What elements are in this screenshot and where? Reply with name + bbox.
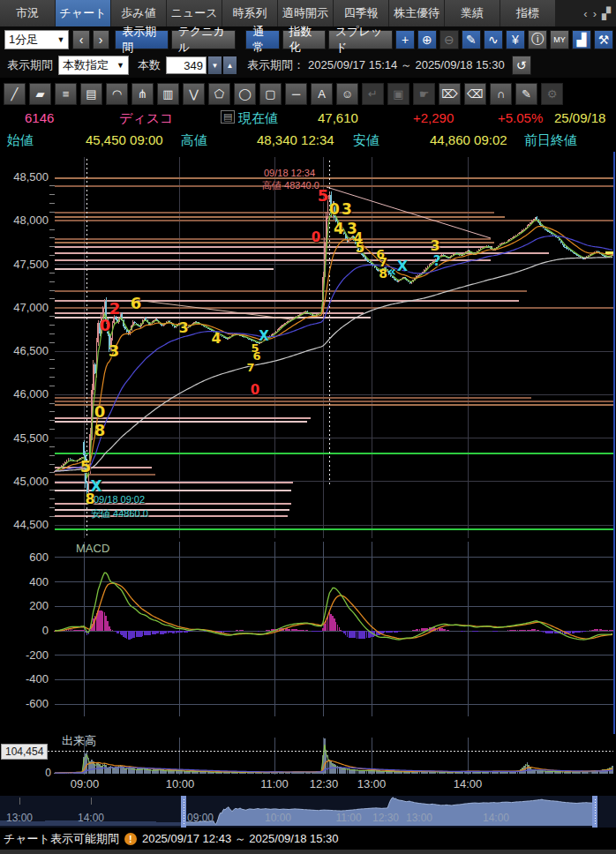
svg-text:600: 600 xyxy=(29,551,49,564)
tab-2[interactable]: 歩み値 xyxy=(111,0,166,26)
lock-draw-icon[interactable]: ✎ xyxy=(515,83,537,105)
nav-time-label: 12:30 xyxy=(372,812,399,824)
svg-text:48,000: 48,000 xyxy=(13,214,49,227)
time-label: 11:00 xyxy=(260,777,289,790)
bar-count-input[interactable] xyxy=(166,56,207,74)
quote-panel: 6146 ディスコ ▤ 現在値 47,610 +2,290 +5.05% 25/… xyxy=(0,108,616,152)
reset-range-button[interactable]: ↺ xyxy=(512,56,531,75)
tab-scroll-left[interactable]: ‹ xyxy=(583,7,587,20)
available-period-value: 2025/09/17 12:43 ～ 2025/09/18 15:30 xyxy=(142,831,339,847)
tab-7[interactable]: 株主優待 xyxy=(389,0,444,26)
period-mode-select[interactable]: 本数指定 ▼ xyxy=(58,56,129,75)
my-settings-icon[interactable]: MY xyxy=(550,30,569,49)
tab-4[interactable]: 時系列 xyxy=(222,0,277,26)
tab-3[interactable]: ニュース xyxy=(167,0,222,26)
period-button[interactable]: 表示期間 xyxy=(115,30,169,49)
nav-time-label: 10:00 xyxy=(265,812,291,824)
svg-text:200: 200 xyxy=(29,599,49,612)
crosshair-icon[interactable]: + xyxy=(395,30,415,49)
volume-chart[interactable]: 出来高0 xyxy=(0,734,616,776)
hbar-icon[interactable]: ─ xyxy=(285,83,307,105)
interval-select[interactable]: 1分足 ▼ xyxy=(4,30,69,49)
count-up-button[interactable]: ▲ xyxy=(223,56,237,74)
board-list-icon[interactable]: ▤ xyxy=(221,110,235,124)
pencil-icon[interactable]: ✎ xyxy=(462,30,481,49)
stock-code: 6146 xyxy=(25,110,54,125)
technical-button[interactable]: テクニカル xyxy=(171,30,236,49)
navigator-handle[interactable] xyxy=(592,796,597,828)
index-mode-button[interactable]: 指数化 xyxy=(282,30,326,49)
zoom-in-icon[interactable]: ⊕ xyxy=(417,30,437,49)
vlines-icon[interactable]: ▥ xyxy=(157,83,179,105)
drawing-toolbar: ╱▰≡▤◠⋔▥⋁⬠◯▢─A☺↵▣☛⌦⌫∩✎⚙ xyxy=(0,79,616,108)
ellipse-icon[interactable]: ◯ xyxy=(234,83,256,105)
nav-time-label: 14:00 xyxy=(78,812,104,824)
text-icon[interactable]: A xyxy=(311,83,333,105)
chevron-down-icon: ▼ xyxy=(57,35,65,44)
price-chart[interactable]: 48,50048,00047,50047,00046,50046,00045,5… xyxy=(0,152,616,540)
period-bar: 表示期間 本数指定 ▼ 本数 ▼ ▲ 表示期間： 2025/09/17 15:1… xyxy=(0,53,616,78)
count-down-button[interactable]: ▼ xyxy=(208,56,222,74)
tab-scroll-right[interactable]: › xyxy=(593,7,597,20)
hlines3-icon[interactable]: ≡ xyxy=(55,83,77,105)
info-icon[interactable]: ⓘ xyxy=(528,30,547,49)
status-bar: チャート表示可能期間 ! 2025/09/17 12:43 ～ 2025/09/… xyxy=(0,828,616,850)
volume-marker-badge: 104,454 xyxy=(1,744,48,760)
fan-icon[interactable]: ⋔ xyxy=(131,83,154,105)
undo-icon[interactable]: ↵ xyxy=(362,83,384,105)
svg-text:45,000: 45,000 xyxy=(13,475,49,488)
tab-0[interactable]: 市況 xyxy=(0,0,55,26)
current-price: 47,610 xyxy=(318,110,358,125)
wrench-icon[interactable]: ⚒ xyxy=(594,30,613,49)
trendline-cursor-icon[interactable]: ∿ xyxy=(484,30,503,49)
svg-text:MACD: MACD xyxy=(76,542,109,555)
svg-text:0: 0 xyxy=(42,624,49,637)
tab-5[interactable]: 適時開示 xyxy=(278,0,333,26)
macd-chart[interactable]: 6004002000-200-400-600MACD xyxy=(0,540,616,734)
ruler-icon[interactable]: ▰ xyxy=(29,83,51,105)
eraser-all-icon[interactable]: ⌫ xyxy=(464,83,486,105)
spread-mode-button[interactable]: スプレッド xyxy=(328,30,393,49)
range-value: 2025/09/17 15:14 ～ 2025/09/18 15:30 xyxy=(308,57,505,73)
rect-icon[interactable]: ▢ xyxy=(259,83,282,105)
pentagon-icon[interactable]: ⬠ xyxy=(208,83,230,105)
yen-icon[interactable]: ¥ xyxy=(506,30,525,49)
low-label: 安値 xyxy=(353,132,379,149)
tab-bar: 市況チャート歩み値ニュース時系列適時開示四季報株主優待業績指標‹›▞ xyxy=(0,0,616,26)
prev-button[interactable]: ‹ xyxy=(72,30,89,49)
period-mode-value: 本数指定 xyxy=(63,57,109,73)
prev-close-label: 前日終値 xyxy=(524,132,577,149)
price-label: 現在値 xyxy=(238,110,278,127)
zoom-out-icon[interactable]: ⊖ xyxy=(439,30,459,49)
tab-8[interactable]: 業績 xyxy=(445,0,500,26)
price-change: +2,290 xyxy=(413,110,454,125)
popout-icon[interactable]: ▞ xyxy=(602,7,611,20)
copy-icon[interactable]: ▣ xyxy=(387,83,409,105)
hlines4-icon[interactable]: ▤ xyxy=(80,83,102,105)
normal-mode-button[interactable]: 通常 xyxy=(245,30,279,49)
eraser-icon[interactable]: ⌦ xyxy=(439,83,461,105)
svg-text:47,000: 47,000 xyxy=(13,301,49,314)
nav-time-label: 13:00 xyxy=(406,812,432,824)
tab-1[interactable]: チャート xyxy=(56,0,110,26)
gear-icon[interactable]: ⚙ xyxy=(541,83,563,105)
hand-icon[interactable]: ☛ xyxy=(413,83,435,105)
magnet-icon[interactable]: ∩ xyxy=(490,83,512,105)
arc-icon[interactable]: ◠ xyxy=(106,83,128,105)
svg-text:46,000: 46,000 xyxy=(13,387,49,401)
stock-name: ディスコ xyxy=(119,110,173,127)
range-label: 表示期間： xyxy=(247,57,304,73)
line-icon[interactable]: ╱ xyxy=(4,83,26,105)
tab-9[interactable]: 指標 xyxy=(500,0,555,26)
nav-time-label: 14:00 xyxy=(483,812,509,824)
svg-text:47,500: 47,500 xyxy=(13,258,49,271)
high-label: 高値 xyxy=(181,132,207,149)
svg-text:48,500: 48,500 xyxy=(13,170,49,184)
speedline-icon[interactable]: ⋁ xyxy=(183,83,205,105)
navigator-handle[interactable] xyxy=(181,796,186,828)
stamp-icon[interactable]: ☺ xyxy=(336,83,358,105)
next-button[interactable]: › xyxy=(93,30,109,49)
tab-6[interactable]: 四季報 xyxy=(334,0,388,26)
chart-style-icon[interactable]: ▟ xyxy=(572,30,591,49)
svg-text:出来高: 出来高 xyxy=(62,734,96,747)
